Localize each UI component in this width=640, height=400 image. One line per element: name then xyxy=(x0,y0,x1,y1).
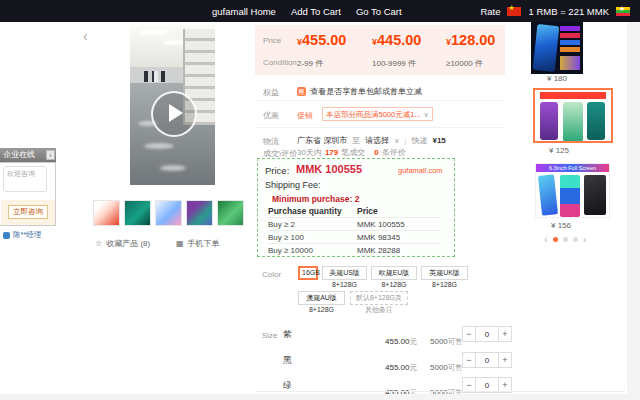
review-count: 0 xyxy=(374,148,378,157)
color-option-eu[interactable]: 欧规EU版8+128G xyxy=(371,266,417,280)
tier-range-3: ≥10000 件 xyxy=(446,58,483,69)
deals-row: 30天内 179 笔成交 0 条评价 xyxy=(297,147,406,158)
qr-icon: ▦ xyxy=(176,239,184,248)
carousel-dot-active[interactable] xyxy=(553,237,558,242)
divider xyxy=(268,243,440,244)
promo-text: 本店部分商品满5000元减1... xyxy=(326,108,421,121)
decor-block xyxy=(560,33,580,38)
color-option-default[interactable]: 默认8+128G及其他备注 xyxy=(350,291,408,305)
minus-button[interactable]: − xyxy=(462,326,476,342)
chevron-down-icon[interactable]: ∨ xyxy=(394,137,399,145)
tier-price: 128.00 xyxy=(451,32,495,48)
minus-button[interactable]: − xyxy=(462,352,476,368)
thumbnail-1[interactable] xyxy=(93,200,120,226)
promo-dropdown[interactable]: 本店部分商品满5000元减1... ∨ xyxy=(322,107,433,121)
product-image xyxy=(533,24,560,72)
divider xyxy=(268,217,440,218)
gallery-prev-arrow-icon[interactable]: ‹ xyxy=(83,28,88,44)
condition-label: Condition xyxy=(263,58,297,67)
chevron-down-icon: ∨ xyxy=(424,108,429,121)
video-person xyxy=(144,71,148,82)
nav-home-link[interactable]: gufamall Home xyxy=(212,6,276,17)
play-icon[interactable] xyxy=(151,91,197,137)
product-image xyxy=(540,102,558,140)
price-label: Price xyxy=(263,36,281,45)
mobile-order-button[interactable]: ▦ 手机下单 xyxy=(176,238,220,249)
related-product-card-3[interactable]: 6.3inch Full Screen xyxy=(535,163,610,218)
floor-reflection xyxy=(144,143,174,149)
size-row-stock: 5000可售 xyxy=(430,356,463,374)
plus-button[interactable]: + xyxy=(498,326,512,342)
decor-block xyxy=(560,40,580,45)
chat-greeting: 欢迎咨询 xyxy=(3,166,47,192)
table-row-qty: Buy ≥ 10000 xyxy=(268,246,313,255)
related-product-card-1[interactable] xyxy=(531,22,583,74)
favorite-product-button[interactable]: ☆ 收藏产品 (8) xyxy=(95,238,150,249)
price-tier-2: ¥445.00 xyxy=(372,31,421,49)
table-header-price: Price xyxy=(357,206,378,216)
divider xyxy=(255,391,625,392)
card-banner-text: 6.3inch Full Screen xyxy=(536,164,609,172)
tier-price: 455.00 xyxy=(302,32,346,48)
video-person xyxy=(161,71,165,82)
color-option-uk[interactable]: 英规UK版8+128G xyxy=(421,266,468,280)
express-label: 快递 xyxy=(411,135,427,146)
product-image xyxy=(538,174,558,215)
color-option-au[interactable]: 澳规AU版8+128G xyxy=(298,291,345,305)
chat-expand-button[interactable]: › xyxy=(46,150,55,160)
deals-prefix: 30天内 xyxy=(297,147,322,158)
size-row-price: 455.00元 xyxy=(385,356,417,374)
mmk-price-value: MMK 100555 xyxy=(296,163,362,175)
quantity-input[interactable] xyxy=(476,326,498,342)
benefit-row[interactable]: 惠 查看是否享首单包邮或首单立减 xyxy=(297,86,422,97)
destination-select[interactable]: 请选择 xyxy=(365,135,389,146)
table-row-qty: Buy ≥ 100 xyxy=(268,233,304,242)
size-label: Size xyxy=(262,331,278,340)
related-price-1: ¥ 180 xyxy=(531,74,583,83)
china-flag-icon: ★ xyxy=(507,7,521,16)
separator: | xyxy=(404,136,406,145)
deals-mid: 笔成交 xyxy=(341,147,365,158)
carousel-prev-icon[interactable]: ‹ xyxy=(544,233,548,245)
logistics-row: 广东省 深圳市 至 请选择 ∨ | 快递 ¥15 xyxy=(297,135,446,146)
topbar: gufamall Home Add To Cart Go To Cart Rat… xyxy=(0,0,640,22)
price-tier-1: ¥455.00 xyxy=(297,31,346,49)
rate-area: Rate ★ 1 RMB = 221 MMK ★ xyxy=(480,0,630,22)
table-row-qty: Buy ≥ 2 xyxy=(268,220,295,229)
divider xyxy=(268,230,440,231)
nav-go-to-cart-link[interactable]: Go To Cart xyxy=(356,6,402,17)
thumbnail-5[interactable] xyxy=(217,200,244,226)
color-label: Color xyxy=(262,270,281,279)
myanmar-flag-icon: ★ xyxy=(616,7,630,16)
color-option-us[interactable]: 美规US版8+128G xyxy=(322,266,367,280)
nav-add-to-cart-link[interactable]: Add To Cart xyxy=(291,6,341,17)
color-option-16gb[interactable]: 16GB xyxy=(298,266,318,280)
carousel-dot[interactable] xyxy=(573,237,578,242)
quantity-input[interactable] xyxy=(476,352,498,368)
carousel-next-icon[interactable]: › xyxy=(583,233,587,245)
card-banner xyxy=(540,92,606,99)
page-bottom-gutter[interactable] xyxy=(0,394,640,400)
rate-label: Rate xyxy=(480,6,500,17)
flag-star-icon: ★ xyxy=(619,5,625,13)
consult-now-button[interactable]: 立即咨询 xyxy=(8,205,48,219)
benefit-label: 权益 xyxy=(263,87,279,98)
video-wall xyxy=(130,67,190,83)
size-row-name: 紫 xyxy=(283,329,292,341)
chat-agent-link[interactable]: 陈**经理 xyxy=(3,230,41,240)
product-video[interactable] xyxy=(130,25,215,185)
thumbnail-2[interactable] xyxy=(124,200,151,226)
plus-button[interactable]: + xyxy=(498,352,512,368)
page-right-gutter xyxy=(627,22,640,400)
video-person xyxy=(152,71,158,82)
thumbnail-4[interactable] xyxy=(186,200,213,226)
origin-location: 广东省 深圳市 xyxy=(297,135,347,146)
product-image xyxy=(587,102,605,140)
size-row-name: 黑 xyxy=(283,355,292,367)
thumbnail-3[interactable] xyxy=(155,200,182,226)
logistics-label: 物流 xyxy=(263,136,279,147)
related-product-card-2[interactable] xyxy=(533,88,613,143)
tier-price: 445.00 xyxy=(377,32,421,48)
promo-label: 优惠 xyxy=(263,110,279,121)
carousel-dot[interactable] xyxy=(563,237,568,242)
